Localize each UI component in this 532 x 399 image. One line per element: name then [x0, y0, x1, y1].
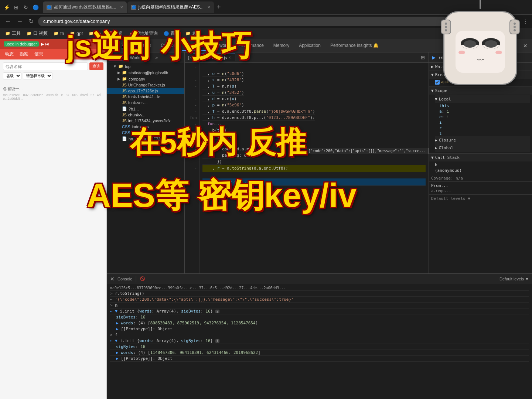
dt-tab-performance-insights[interactable]: Performance insights 🔔: [326, 41, 383, 51]
scope-header[interactable]: ▼ Scope: [429, 87, 532, 95]
flag-icon[interactable]: ⚑: [515, 18, 520, 24]
refresh-icon[interactable]: ↻: [22, 4, 30, 11]
close-devtools-icon[interactable]: ✕: [522, 41, 529, 50]
bm-youdao[interactable]: 📕 有道: [105, 30, 125, 37]
province-select[interactable]: 省级: [3, 72, 21, 79]
bm-video-label: 口 视频: [33, 30, 48, 37]
tree-static-folder[interactable]: ▶ 📁 static/tongjj/plugins/lib: [107, 69, 184, 76]
deactivate-breakpoints-icon[interactable]: ⊘: [467, 54, 472, 61]
ft-tab-workspace[interactable]: Workspace: [127, 54, 153, 61]
bm-fri[interactable]: 📁 fri: [51, 30, 66, 37]
devtools-cursor-icon[interactable]: ⊕: [110, 41, 117, 50]
expand-editor-icon[interactable]: ⊞: [419, 55, 427, 60]
dt-tab-memory[interactable]: Memory: [269, 41, 294, 51]
call-stack-header[interactable]: ▼ Call Stack: [429, 154, 532, 161]
tree-top-folder[interactable]: ▼ 📁 top: [107, 63, 184, 69]
format-icon[interactable]: {}: [186, 55, 192, 60]
nav-home[interactable]: 动态: [2, 49, 17, 59]
tree-hn-file[interactable]: 📄 hn...l?hca...rFF7260: [107, 136, 184, 142]
clear-console-icon[interactable]: 🚫: [140, 276, 145, 281]
console-content[interactable]: ma9e126c5...837933690ee...399a0fa...e...…: [107, 284, 532, 399]
default-levels-label[interactable]: Default levels ▼: [431, 196, 470, 201]
cs-item-b[interactable]: b: [435, 162, 530, 168]
url-input[interactable]: [38, 17, 481, 26]
step-into-icon[interactable]: ⬇: [446, 54, 451, 61]
closure-header[interactable]: ▶ Closure: [435, 136, 530, 144]
m-words-expand[interactable]: ▶: [116, 321, 119, 325]
company-search-input[interactable]: [3, 62, 88, 70]
tree-int-file[interactable]: JS int_1173434_yavxs2kfx: [107, 118, 184, 124]
bm-my[interactable]: 📁 my: [86, 30, 103, 37]
debug-controls[interactable]: ▶ ⏭: [41, 42, 49, 47]
back-icon[interactable]: ⚡: [3, 4, 10, 11]
nav-company[interactable]: 勘察: [17, 49, 31, 59]
dt-tab-application[interactable]: Application: [294, 41, 325, 51]
profile-icon[interactable]: 👤: [499, 18, 505, 24]
code-tab-close-icon[interactable]: ✕: [228, 56, 231, 59]
tab-1[interactable]: 🔵 如何通过words这些数组反推a... ✕: [43, 1, 127, 13]
dt-tab-network[interactable]: Network: [208, 41, 233, 51]
tree-company-folder[interactable]: ▶ 📁 company: [107, 76, 184, 82]
breakpoint-checkbox-1[interactable]: [435, 80, 440, 85]
tree-urlchange-file[interactable]: JS UrlChangeTracker.js: [107, 82, 184, 88]
tab-2[interactable]: 🔵 js逆向基础#响应结果反爬>AES... ✕: [127, 1, 214, 13]
bm-recent[interactable]: 📁 最近: [183, 30, 203, 37]
tree-app-file[interactable]: JS app.17e7126e.js: [107, 88, 184, 94]
step-over-icon[interactable]: ⏭: [438, 54, 444, 61]
tools-icon: 📁: [5, 31, 10, 36]
nav-info[interactable]: 信息: [31, 49, 46, 59]
star-icon[interactable]: ☆: [491, 18, 496, 24]
bm-video[interactable]: 📁 口 视频: [24, 30, 50, 37]
settings-icon[interactable]: ⚙: [503, 41, 511, 50]
bm-tools[interactable]: 📁 工具: [3, 30, 23, 37]
devtools-mobile-icon[interactable]: 📱: [118, 41, 127, 50]
breakpoints-header[interactable]: ▼ Breakpoints: [429, 71, 532, 79]
close-icon[interactable]: ✕: [508, 18, 512, 24]
tab2-close[interactable]: ✕: [207, 5, 210, 9]
dt-tab-elements[interactable]: Elements: [128, 41, 156, 51]
tree-chunk-file[interactable]: JS chunk-v...: [107, 112, 184, 118]
dt-tab-sources[interactable]: Sources: [182, 41, 207, 51]
back-button[interactable]: ←: [4, 17, 13, 25]
search-button[interactable]: 查询: [89, 62, 103, 70]
ft-add-icon[interactable]: ⋮: [178, 55, 182, 60]
dt-tab-console[interactable]: Console: [156, 41, 181, 51]
arrow-4[interactable]: ← ▼: [110, 309, 117, 314]
tree-indexcss-file[interactable]: CSS index.css: [107, 124, 184, 130]
default-levels-btn[interactable]: Default levels ▼: [499, 277, 529, 281]
translate-icon[interactable]: ⇄: [484, 18, 488, 24]
m-proto-expand[interactable]: ▶: [116, 327, 119, 331]
step-out-icon[interactable]: ⬆: [453, 54, 458, 61]
tree-b1-file[interactable]: 📄 ?b1...: [107, 106, 184, 112]
step-icon[interactable]: ↩: [460, 54, 465, 61]
extensions-icon[interactable]: ⊞: [13, 4, 20, 11]
global-header[interactable]: ▶ Global: [435, 144, 530, 152]
forward-button[interactable]: →: [16, 17, 24, 25]
watch-header[interactable]: ▶ Watch: [429, 63, 532, 71]
bm-baidu[interactable]: 🔵 百度: [161, 30, 182, 37]
more-icon[interactable]: ⋮: [512, 41, 520, 50]
cs-item-anon[interactable]: (anonymous): [435, 168, 530, 173]
menu-icon[interactable]: ⋮: [523, 18, 528, 24]
code-tab-app[interactable]: app.17e7126e.js ✕: [193, 54, 235, 61]
code-content[interactable]: , o = n("c0d6") , s = n("4328") , l = n.…: [200, 63, 429, 273]
tree-funkver-file[interactable]: JS funk-ver-...: [107, 100, 184, 106]
ft-tab-page[interactable]: Page: [109, 54, 125, 61]
tree-oacss-file[interactable]: CSS oa.css: [107, 130, 184, 136]
dt-tab-performance[interactable]: Performance: [234, 41, 268, 51]
local-header[interactable]: ▼ Local: [435, 95, 530, 103]
reload-button[interactable]: ↻: [27, 17, 35, 25]
f-words-expand[interactable]: ▶: [116, 350, 119, 355]
code-editor[interactable]: - - - - - - - - fun -: [185, 63, 429, 273]
resume-icon[interactable]: ▶: [431, 54, 436, 61]
console-close-icon[interactable]: ✕: [110, 276, 115, 282]
new-tab-button[interactable]: +: [217, 3, 221, 11]
ft-more-icon[interactable]: »: [156, 55, 158, 60]
arrow-6[interactable]: ← ▼: [110, 338, 117, 343]
f-proto-expand[interactable]: ▶: [116, 356, 119, 361]
bm-gpt[interactable]: 📁 gpt: [68, 30, 85, 37]
bm-ip[interactable]: 📌 IP地址查询: [127, 30, 160, 37]
tree-funk1-file[interactable]: JS funk-1abcfd41...lc: [107, 94, 184, 100]
tab1-close[interactable]: ✕: [120, 5, 123, 9]
city-select[interactable]: 请选择市级: [23, 72, 52, 79]
